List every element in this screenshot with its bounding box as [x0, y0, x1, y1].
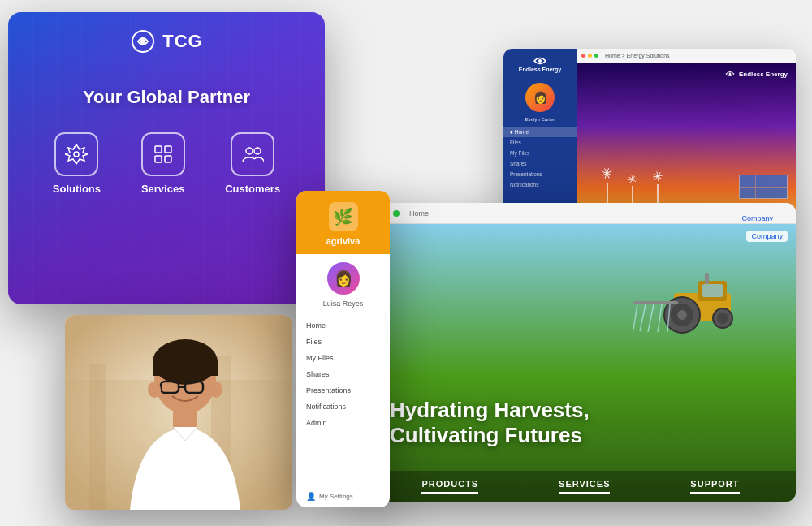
agriviva-nav-home[interactable]: Home [296, 317, 390, 334]
agriviva-settings-icon: 👤 [306, 492, 316, 501]
energy-dot-green [594, 54, 598, 58]
energy-breadcrumb: Home > Energy Solutions [605, 53, 670, 58]
energy-nav-myfiles[interactable]: My Files [503, 148, 577, 158]
svg-point-2 [74, 152, 79, 157]
person-card [65, 315, 292, 510]
farm-url: Home [409, 209, 429, 218]
svg-point-7 [246, 148, 253, 154]
energy-topbar: Home > Energy Solutions [577, 49, 796, 63]
farm-card: Home Company [365, 203, 796, 502]
energy-dot-yellow [588, 54, 592, 58]
tcg-icons-row: Solutions Services [8, 108, 325, 201]
tcg-logo-icon [130, 28, 156, 54]
person-silhouette [65, 315, 292, 510]
agriviva-logo-icon: 🌿 [329, 202, 358, 231]
svg-line-20 [633, 304, 637, 330]
energy-main: Home > Energy Solutions ✳ ✳ ✳ [577, 49, 796, 219]
energy-brand-icon [724, 70, 736, 78]
tcg-services-label: Services [141, 183, 185, 195]
agriviva-nav-myfiles[interactable]: My Files [296, 350, 390, 366]
energy-sidebar: Endless Energy 👩 Evelyn Carter ● Home Fi… [503, 49, 577, 219]
svg-point-16 [677, 310, 687, 320]
energy-dot-red [581, 54, 585, 58]
person-photo [65, 315, 292, 510]
energy-content: ✳ ✳ ✳ [577, 63, 796, 219]
energy-card: Endless Energy 👩 Evelyn Carter ● Home Fi… [503, 49, 796, 219]
svg-point-9 [538, 59, 542, 63]
agriviva-nav-admin[interactable]: Admin [296, 415, 390, 431]
tcg-logo-text: TCG [162, 31, 202, 52]
farm-nav-support[interactable]: SUPPORT [690, 479, 739, 494]
tcg-services-icon [141, 132, 185, 176]
farm-nav-services[interactable]: SERVICES [559, 479, 610, 494]
farm-topbar: Home Company [365, 203, 796, 224]
agriviva-card: 🌿 agriviva 👩 Luisa Reyes Home Files My F… [296, 191, 390, 507]
svg-rect-3 [155, 146, 162, 153]
agriviva-footer[interactable]: 👤 My Settings [296, 485, 390, 507]
farm-nav-products[interactable]: PRODUCTS [421, 479, 478, 494]
svg-point-8 [254, 148, 261, 154]
agriviva-settings-label: My Settings [319, 493, 353, 500]
agriviva-nav: Home Files My Files Shares Presentations… [296, 314, 390, 434]
farm-content: Company Hydrating Harvests, Cultivating … [365, 224, 796, 502]
farm-headline: Hydrating Harvests, Cultivating Futures [390, 398, 771, 448]
svg-point-36 [148, 382, 161, 398]
farm-headline-line2: Cultivating Futures [390, 423, 771, 448]
energy-windmills: ✳ ✳ ✳ [601, 165, 663, 207]
svg-line-22 [648, 304, 654, 332]
svg-point-37 [209, 382, 222, 398]
energy-nav-shares[interactable]: Shares [503, 158, 577, 169]
tcg-customers-item[interactable]: Customers [225, 132, 280, 195]
tcg-solutions-item[interactable]: Solutions [53, 132, 101, 195]
tcg-customers-icon [231, 132, 274, 176]
energy-brand-sidebar: Endless Energy [519, 67, 562, 73]
tcg-services-item[interactable]: Services [141, 132, 185, 195]
farm-company-nav[interactable]: Company [746, 231, 788, 242]
agriviva-avatar: 👩 [326, 261, 361, 296]
svg-rect-19 [633, 301, 678, 304]
tcg-card: TCG Your Global Partner Solutions S [8, 12, 325, 304]
tcg-tagline: Your Global Partner [8, 87, 325, 108]
energy-brand-main: Endless Energy [724, 70, 788, 78]
tcg-header: TCG [8, 12, 325, 63]
tcg-solutions-icon [54, 132, 98, 176]
agriviva-user: Luisa Reyes [296, 296, 390, 314]
farm-tractor [617, 248, 763, 341]
energy-solar [739, 175, 788, 199]
energy-nav-presentations[interactable]: Presentations [503, 169, 577, 179]
svg-point-1 [140, 39, 145, 44]
energy-avatar: 👩 [525, 83, 555, 112]
agriviva-nav-files[interactable]: Files [296, 334, 390, 350]
svg-rect-6 [165, 156, 171, 162]
svg-line-23 [658, 304, 662, 332]
agriviva-nav-presentations[interactable]: Presentations [296, 382, 390, 399]
svg-rect-32 [153, 360, 218, 376]
svg-rect-28 [89, 364, 106, 510]
svg-rect-13 [702, 284, 723, 297]
energy-user-name: Evelyn Carter [525, 117, 555, 122]
svg-rect-25 [705, 273, 709, 284]
agriviva-nav-notifications[interactable]: Notifications [296, 399, 390, 415]
agriviva-name: agriviva [326, 236, 361, 246]
farm-nav-bar: PRODUCTS SERVICES SUPPORT [365, 471, 796, 502]
energy-nav-notifications[interactable]: Notifications [503, 179, 577, 190]
svg-rect-4 [165, 146, 171, 153]
farm-company-link[interactable]: Company [741, 214, 773, 222]
tcg-customers-label: Customers [225, 183, 280, 195]
energy-logo-icon [532, 55, 548, 67]
farm-headline-line1: Hydrating Harvests, [390, 398, 771, 423]
svg-point-18 [717, 313, 728, 324]
energy-nav-files[interactable]: Files [503, 137, 577, 148]
agriviva-header: 🌿 agriviva [296, 191, 390, 254]
svg-point-10 [729, 73, 732, 75]
energy-nav-home[interactable]: ● Home [503, 127, 577, 137]
farm-topbar-nav: Company [749, 209, 788, 218]
energy-brand-label: Endless Energy [739, 71, 788, 78]
energy-browser-dots [581, 54, 598, 58]
energy-logo-area: Endless Energy [519, 55, 562, 73]
svg-line-21 [640, 304, 646, 331]
svg-rect-5 [155, 156, 162, 162]
farm-dot-green [393, 210, 400, 217]
tcg-solutions-label: Solutions [53, 183, 101, 195]
agriviva-nav-shares[interactable]: Shares [296, 366, 390, 382]
